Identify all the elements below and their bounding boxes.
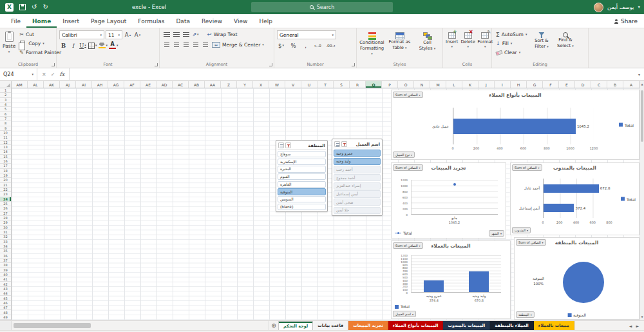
slicer-item[interactable]: المنوفية [278, 188, 326, 195]
row-header-18[interactable]: 18 [0, 169, 11, 173]
slicer-item[interactable]: إسراء عبدالعزيز [334, 182, 381, 190]
row-header-25[interactable]: 25 [0, 202, 11, 206]
pivot-field-button[interactable]: الشهر▾ [489, 230, 504, 237]
pivot-chart-sales-by-region[interactable]: Sum of الصافي▾المنطقة▾المبيعات بالمنطقةا… [514, 237, 639, 320]
horizontal-scrollbar[interactable] [12, 321, 269, 330]
row-header-38[interactable]: 38 [0, 263, 11, 268]
row-header-19[interactable]: 19 [0, 173, 11, 178]
name-box[interactable]: Q24▾ [0, 68, 37, 80]
column-header-AM[interactable]: AM [12, 81, 28, 88]
ribbon-tab-home[interactable]: Home [26, 14, 57, 28]
row-header-46[interactable]: 46 [0, 301, 11, 306]
column-header-AF[interactable]: AF [124, 81, 140, 88]
autosum-button[interactable]: ΣAutoSum▾ [495, 30, 528, 39]
conditional-formatting-button[interactable]: Conditional Formatting ▾ [359, 30, 384, 60]
column-header-M[interactable]: M [430, 81, 446, 88]
row-header-21[interactable]: 21 [0, 183, 11, 188]
column-header-H[interactable]: H [511, 81, 527, 88]
select-all-corner[interactable] [0, 81, 12, 88]
row-header-27[interactable]: 27 [0, 211, 11, 216]
column-header-E[interactable]: E [559, 81, 575, 88]
column-header-S[interactable]: S [334, 81, 350, 88]
ribbon-display-options-icon[interactable]: ▾ [638, 5, 640, 10]
row-header-31[interactable]: 31 [0, 230, 11, 235]
wrap-text-button[interactable]: ↩Wrap Text [206, 30, 239, 39]
column-header-Y[interactable]: Y [237, 81, 253, 88]
next-sheet-icon[interactable]: ► [636, 324, 639, 328]
row-header-9[interactable]: 9 [0, 126, 11, 131]
row-header-45[interactable]: 45 [0, 296, 11, 300]
column-header-D[interactable]: D [575, 81, 591, 88]
expand-formula-bar-icon[interactable]: ▾ [634, 68, 644, 80]
row-header-35[interactable]: 35 [0, 249, 11, 253]
redo-icon[interactable]: ↻ [43, 4, 48, 10]
format-as-table-button[interactable]: Format as Table ▾ [387, 30, 412, 60]
row-header-28[interactable]: 28 [0, 216, 11, 220]
slicer-region[interactable]: المنطقةسوهاجالإسكندريةالبحيرةالفيومالقاه… [276, 140, 328, 212]
accounting-format-button[interactable]: $▾ [277, 41, 285, 50]
sheet-tab[interactable]: تجريد المبيعات [348, 321, 388, 330]
increase-font-size-button[interactable]: A▴ [124, 31, 132, 39]
row-header-16[interactable]: 16 [0, 159, 11, 164]
column-header-U[interactable]: U [301, 81, 317, 88]
pivot-field-button[interactable]: المندوب▾ [512, 227, 531, 233]
fill-button[interactable]: ↓Fill▾ [495, 39, 528, 48]
align-right-button[interactable] [182, 41, 190, 49]
column-header-Q[interactable]: Q [366, 81, 382, 88]
sheet-tab[interactable]: العملاء بالمنطقة [490, 321, 534, 330]
pivot-field-button[interactable]: Sum of الصافي▾ [393, 164, 423, 171]
formula-input[interactable] [70, 68, 634, 80]
pivot-field-button[interactable]: نوع العميل▾ [393, 151, 415, 158]
slicer-item[interactable]: عمرو وجيه [334, 150, 381, 157]
cancel-icon[interactable]: × [42, 72, 46, 77]
slicer-item[interactable]: القاهرة [278, 181, 326, 188]
column-header-K[interactable]: K [462, 81, 478, 88]
ribbon-tab-formulas[interactable]: Formulas [132, 14, 170, 28]
row-header-40[interactable]: 40 [0, 273, 11, 277]
vertical-scrollbar[interactable]: ▲ ▼ [639, 81, 644, 320]
delete-cells-button[interactable]: Delete▾ [461, 30, 475, 60]
align-center-button[interactable] [172, 41, 180, 49]
horizontal-scrollbar-thumb[interactable] [14, 323, 91, 328]
row-header-2[interactable]: 2 [0, 93, 11, 97]
font-color-button[interactable]: A▾ [109, 41, 118, 50]
merge-center-button[interactable]: ↔Merge & Center▾ [211, 41, 265, 49]
pivot-field-button[interactable]: Sum of الصافي▾ [512, 164, 542, 171]
find-select-button[interactable]: Find & Select ▾ [554, 30, 576, 60]
row-header-5[interactable]: 5 [0, 107, 11, 112]
increase-decimal-button[interactable]: ←.0 [314, 41, 322, 50]
insert-function-icon[interactable]: fx [59, 71, 64, 77]
row-header-37[interactable]: 37 [0, 259, 11, 263]
row-header-42[interactable]: 42 [0, 282, 11, 286]
bold-button[interactable]: B [59, 41, 68, 50]
paste-button[interactable]: Paste ▾ [3, 30, 15, 60]
slicer-item[interactable]: (blank) [278, 204, 326, 210]
column-header-A[interactable]: A [623, 81, 639, 88]
slicer-customer-name[interactable]: اسم العميلعمرو وجيهوليد وجيهأحمد رجبأحمد… [332, 139, 383, 216]
column-header-N[interactable]: N [414, 81, 430, 88]
dialog-launcher-icon[interactable] [52, 63, 55, 66]
slicer-item[interactable]: أحمد ممدوح [334, 174, 381, 181]
row-header-20[interactable]: 20 [0, 178, 11, 182]
row-header-1[interactable]: 1 [0, 88, 11, 93]
ribbon-tab-view[interactable]: View [228, 14, 253, 28]
column-header-T[interactable]: T [317, 81, 334, 88]
clear-filter-icon[interactable] [285, 142, 291, 148]
column-header-AE[interactable]: AE [140, 81, 156, 88]
column-header-V[interactable]: V [285, 81, 301, 88]
decrease-indent-button[interactable] [191, 41, 200, 49]
align-bottom-button[interactable] [182, 30, 190, 39]
align-left-button[interactable] [162, 41, 171, 49]
clear-button[interactable]: Clear▾ [495, 48, 528, 57]
cell-styles-button[interactable]: Cell Styles ▾ [415, 30, 440, 60]
worksheet-grid[interactable]: Sum of الصافي▾نوع العميل▾المبيعات بأنواع… [12, 88, 639, 320]
column-header-R[interactable]: R [350, 81, 366, 88]
row-header-6[interactable]: 6 [0, 112, 11, 117]
column-header-AG[interactable]: AG [108, 81, 124, 88]
ribbon-tab-insert[interactable]: Insert [57, 14, 85, 28]
pivot-field-button[interactable]: Sum of الصافي▾ [516, 239, 546, 246]
column-header-AL[interactable]: AL [28, 81, 44, 88]
row-header-33[interactable]: 33 [0, 240, 11, 244]
column-header-AI[interactable]: AI [76, 81, 92, 88]
slicer-item[interactable]: أيمن إسماعيل [334, 190, 381, 197]
